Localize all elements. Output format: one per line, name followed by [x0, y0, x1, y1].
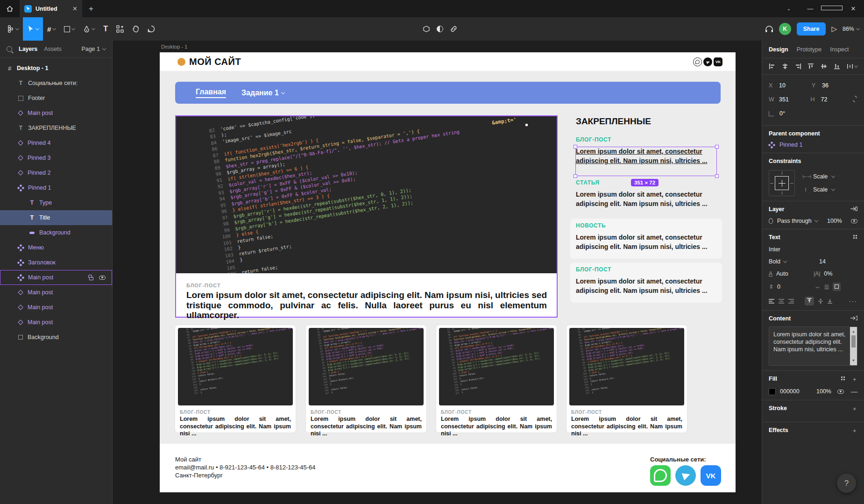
comment-tool-button[interactable]	[143, 17, 159, 41]
file-tab[interactable]: Untitled ✕	[20, 0, 82, 17]
vertical-align-middle-icon[interactable]	[818, 298, 823, 304]
pinned-item-text[interactable]: Lorem ipsum dolor sit amet, consectetur …	[576, 233, 717, 251]
post-card[interactable]: 82'code' => $captcha_config['code'],83);…	[175, 325, 296, 433]
vertical-constraint-select[interactable]: I Scale	[802, 186, 835, 193]
fill-color-swatch[interactable]	[769, 388, 776, 395]
content-apply-icon[interactable]	[850, 315, 857, 322]
align-right-icon[interactable]	[795, 63, 801, 70]
page-selector[interactable]: Page 1	[81, 46, 106, 52]
hand-tool-button[interactable]	[128, 17, 143, 41]
layer-row-text[interactable]: TType	[0, 195, 112, 210]
pinned-item-text[interactable]: Lorem ipsum dolor sit amet, consectetur …	[576, 277, 717, 295]
layer-row-group[interactable]: Footer	[0, 91, 112, 106]
font-family-select[interactable]: Inter	[769, 246, 857, 253]
canvas[interactable]: Desktop - 1 МОЙ САЙТ VK Главная Задание	[113, 41, 762, 504]
pinned-item[interactable]: БЛОГ-ПОСТ Lorem ipsum dolor sit amet, co…	[570, 263, 722, 303]
layer-row-component-hovered[interactable]: Main post	[0, 270, 112, 285]
minimize-icon[interactable]: —	[800, 0, 821, 17]
tab-inspect[interactable]: Inspect	[830, 46, 849, 53]
site-footer[interactable]: Мой сайт email@mail.ru • 8-921-123-45-64…	[160, 444, 736, 492]
tab-layers[interactable]: Layers	[19, 46, 37, 52]
layer-row-frame[interactable]: #Desktop - 1	[0, 61, 112, 76]
x-input[interactable]: 10	[779, 82, 786, 89]
distribute-menu[interactable]	[847, 63, 857, 70]
help-button[interactable]: ?	[837, 474, 856, 493]
pinned-item[interactable]: НОВОСТЬ Lorem ipsum dolor sit amet, cons…	[570, 219, 722, 259]
frame-label[interactable]: Desktop - 1	[161, 44, 187, 50]
share-button[interactable]: Share	[797, 22, 826, 35]
search-icon[interactable]	[7, 46, 12, 52]
site-header[interactable]: МОЙ САЙТ VK	[160, 52, 736, 71]
mask-icon[interactable]	[437, 26, 443, 32]
pen-tool-button[interactable]	[79, 17, 99, 41]
post-card-text[interactable]: Lorem ipsum dolor sit amet, consectetur …	[571, 416, 682, 438]
text-styles-icon[interactable]	[853, 234, 857, 241]
layer-row-rectangle[interactable]: Background	[0, 330, 112, 345]
move-tool-button[interactable]	[23, 17, 43, 41]
layer-row-instance[interactable]: Main post	[0, 300, 112, 315]
window-menu-chevron-icon[interactable]: ⌄	[778, 0, 800, 17]
layer-row-rectangle[interactable]: Background	[0, 225, 112, 240]
text-align-center-icon[interactable]	[779, 298, 785, 304]
selection-handle[interactable]	[715, 145, 719, 149]
layer-row-instance[interactable]: Main post	[0, 285, 112, 300]
tab-assets[interactable]: Assets	[44, 46, 62, 52]
home-button[interactable]	[0, 0, 20, 17]
zoom-menu[interactable]: 86%	[843, 26, 859, 32]
layer-row-instance[interactable]: Pinned 3	[0, 150, 112, 165]
vk-icon[interactable]: VK	[714, 57, 722, 66]
fixed-size-icon[interactable]	[833, 283, 841, 291]
text-tool-button[interactable]: T	[99, 17, 112, 41]
shape-tool-button[interactable]	[60, 17, 79, 41]
blend-mode-select[interactable]: Pass through	[777, 218, 818, 224]
add-fill-icon[interactable]: ＋	[852, 376, 858, 383]
layer-row-component[interactable]: Заголовок	[0, 255, 112, 270]
post-card[interactable]: 82'code' => $captcha_config['code'],83);…	[567, 325, 687, 433]
site-logo[interactable]: МОЙ САЙТ	[189, 57, 241, 67]
visibility-eye-icon[interactable]	[837, 390, 844, 394]
whatsapp-icon[interactable]	[693, 57, 702, 66]
site-nav[interactable]: Главная Задание 1	[175, 82, 721, 104]
selection-box[interactable]	[575, 147, 717, 176]
telegram-icon[interactable]	[675, 465, 696, 486]
present-play-icon[interactable]: ▷	[831, 25, 837, 33]
selection-colors-icon[interactable]	[850, 206, 857, 213]
constraints-widget[interactable]	[769, 170, 795, 196]
audio-headphones-icon[interactable]	[765, 25, 773, 33]
font-size-input[interactable]: 14	[819, 258, 826, 265]
new-tab-button[interactable]: +	[82, 0, 100, 17]
font-weight-select[interactable]: Bold	[769, 258, 815, 265]
align-vertical-center-icon[interactable]	[821, 63, 827, 70]
remove-fill-icon[interactable]: —	[851, 388, 857, 395]
main-post-card[interactable]: 82'code' => $captcha_config['code'],83);…	[175, 115, 558, 318]
content-scrollbar[interactable]: ▲ ▼	[850, 327, 857, 365]
whatsapp-icon[interactable]	[650, 465, 671, 486]
maximize-icon[interactable]	[821, 0, 843, 17]
align-top-icon[interactable]	[807, 63, 814, 70]
close-tab-icon[interactable]: ✕	[72, 5, 78, 12]
post-card-text[interactable]: Lorem ipsum dolor sit amet, consectetur …	[441, 416, 552, 438]
layer-row-instance[interactable]: Pinned 4	[0, 135, 112, 150]
align-left-icon[interactable]	[769, 63, 775, 70]
design-frame[interactable]: МОЙ САЙТ VK Главная Задание 1	[160, 52, 736, 492]
text-align-left-icon[interactable]	[769, 298, 775, 304]
type-details-button[interactable]: ···	[849, 298, 858, 305]
vertical-align-bottom-icon[interactable]	[827, 298, 833, 304]
post-card[interactable]: 82'code' => $captcha_config['code'],83);…	[306, 325, 426, 433]
link-icon[interactable]	[450, 25, 458, 33]
layer-opacity-input[interactable]: 100%	[827, 218, 842, 224]
user-avatar[interactable]: K	[779, 23, 791, 35]
layer-row-text[interactable]: TЗАКРЕПЛЕННЫЕ	[0, 121, 112, 135]
visibility-eye-icon[interactable]	[99, 276, 106, 280]
scroll-up-icon[interactable]: ▲	[852, 328, 855, 335]
post-card[interactable]: 82'code' => $captcha_config['code'],83);…	[436, 325, 557, 433]
close-window-icon[interactable]: ✕	[843, 0, 864, 17]
horizontal-constraint-select[interactable]: ⊢⊣ Scale	[802, 173, 835, 180]
constrain-proportions-icon[interactable]	[852, 96, 857, 104]
pinned-section-title[interactable]: ЗАКРЕПЛЕННЫЕ	[576, 116, 651, 127]
edit-object-icon[interactable]	[423, 25, 430, 33]
letter-spacing-input[interactable]: 0%	[824, 270, 832, 277]
tab-design[interactable]: Design	[769, 46, 788, 53]
paragraph-spacing-input[interactable]: 0	[777, 284, 811, 290]
align-bottom-icon[interactable]	[834, 63, 840, 70]
